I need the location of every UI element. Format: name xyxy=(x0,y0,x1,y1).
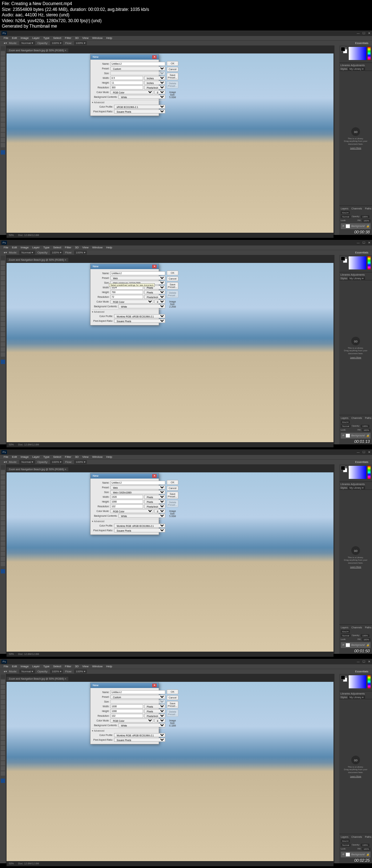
lib-tab-libraries[interactable]: Libraries xyxy=(340,273,350,276)
pixel-aspect[interactable]: Square Pixels xyxy=(114,109,165,113)
menu-select[interactable]: Select xyxy=(53,665,61,668)
menu-filter[interactable]: Filter xyxy=(65,36,72,40)
visibility-icon[interactable]: 👁 xyxy=(342,644,344,646)
save-preset-button[interactable]: Save Preset... xyxy=(167,282,178,289)
tool-19[interactable] xyxy=(1,562,5,566)
height-input[interactable] xyxy=(110,500,143,504)
tool-1[interactable] xyxy=(1,261,5,265)
color-field[interactable] xyxy=(349,675,366,688)
menu-3d[interactable]: 3D xyxy=(75,665,78,668)
tool-19[interactable] xyxy=(1,143,5,147)
size-select[interactable] xyxy=(110,71,165,75)
tool-17[interactable] xyxy=(1,133,5,137)
layer-opacity[interactable]: 100% xyxy=(361,844,369,847)
doc-tab[interactable]: Zoom and Navigation Beach.jpg @ 50% (RGB… xyxy=(7,467,68,471)
opacity-value[interactable]: 100% ▾ xyxy=(50,251,63,255)
tool-17[interactable] xyxy=(1,342,5,347)
layer-opacity[interactable]: 100% xyxy=(361,215,369,218)
mode-select[interactable]: Normal ▾ xyxy=(19,41,35,45)
layer-kind[interactable]: Kind ▾ xyxy=(341,839,350,843)
tab-paths[interactable]: Paths xyxy=(365,207,372,210)
menu-edit[interactable]: Edit xyxy=(12,246,17,249)
tool-19[interactable] xyxy=(1,771,5,776)
zoom-level[interactable]: 50% xyxy=(9,234,14,236)
delete-preset-button[interactable]: Delete Preset... xyxy=(167,81,178,88)
layer-kind[interactable]: Kind ▾ xyxy=(341,420,350,424)
layer-kind[interactable]: Kind ▾ xyxy=(341,630,350,633)
fg-bg-swatch[interactable] xyxy=(341,47,347,53)
res-unit[interactable]: Pixels/Inch xyxy=(144,85,165,89)
color-mode[interactable]: RGB Color xyxy=(110,300,153,304)
maximize-icon[interactable]: ☐ xyxy=(363,451,365,454)
bit-depth[interactable]: 8 bit xyxy=(154,90,165,94)
zoom-level[interactable]: 50% xyxy=(9,653,14,655)
menu-image[interactable]: Image xyxy=(21,36,29,40)
blend-mode[interactable]: Normal xyxy=(341,215,351,218)
color-profile[interactable]: Working RGB: sRGB IEC61966-2.1 xyxy=(114,524,165,528)
flow-value[interactable]: 100% ▾ xyxy=(74,251,87,255)
tab-layers[interactable]: Layers xyxy=(341,626,348,629)
close-icon[interactable]: ✕ xyxy=(152,55,157,59)
menu-layer[interactable]: Layer xyxy=(32,455,40,459)
tool-14[interactable] xyxy=(1,117,5,122)
tool-6[interactable] xyxy=(1,77,5,81)
blend-mode[interactable]: Normal xyxy=(341,425,351,428)
my-library-select[interactable]: My Library ▾ xyxy=(348,277,365,280)
tool-13[interactable] xyxy=(1,322,5,326)
tab-paths[interactable]: Paths xyxy=(365,836,372,838)
tool-9[interactable] xyxy=(1,511,5,515)
tool-4[interactable] xyxy=(1,67,5,71)
close-icon[interactable]: ✕ xyxy=(368,660,371,663)
tool-17[interactable] xyxy=(1,761,5,765)
cancel-button[interactable]: Cancel xyxy=(167,486,178,491)
menu-edit[interactable]: Edit xyxy=(12,36,17,40)
tool-9[interactable] xyxy=(1,301,5,306)
flow-value[interactable]: 100% ▾ xyxy=(74,460,87,464)
lib-tab-styles[interactable]: Styles xyxy=(340,68,347,70)
tool-5[interactable] xyxy=(1,700,5,704)
delete-preset-button[interactable]: Delete Preset... xyxy=(167,500,178,507)
tool-0[interactable] xyxy=(1,675,5,679)
menu-type[interactable]: Type xyxy=(43,246,49,249)
height-unit[interactable]: Inches xyxy=(144,81,165,85)
tool-0[interactable] xyxy=(1,46,5,51)
menu-help[interactable]: Help xyxy=(106,246,112,249)
tool-5[interactable] xyxy=(1,491,5,495)
save-preset-button[interactable]: Save Preset... xyxy=(167,73,178,80)
menu-3d[interactable]: 3D xyxy=(75,246,78,249)
res-input[interactable] xyxy=(110,295,143,299)
my-library-select[interactable]: My Library ▾ xyxy=(348,67,365,71)
tool-10[interactable] xyxy=(1,725,5,730)
tool-8[interactable] xyxy=(1,715,5,720)
dialog-titlebar[interactable]: New ✕ xyxy=(90,55,159,60)
tool-5[interactable] xyxy=(1,281,5,285)
tool-7[interactable] xyxy=(1,710,5,715)
workspace-essentials[interactable]: Essentials xyxy=(355,670,368,673)
my-library-select[interactable]: My Library ▾ xyxy=(348,696,365,699)
tool-8[interactable] xyxy=(1,87,5,91)
color-mode[interactable]: RGB Color xyxy=(110,719,153,723)
tool-2[interactable] xyxy=(1,685,5,689)
doc-tab[interactable]: Zoom and Navigation Beach.jpg @ 50% (RGB… xyxy=(7,48,68,52)
tab-layers[interactable]: Layers xyxy=(341,836,348,838)
pixel-aspect[interactable]: Square Pixels xyxy=(114,528,165,532)
bg-contents[interactable]: White xyxy=(118,723,165,727)
tool-3[interactable] xyxy=(1,690,5,694)
res-unit[interactable]: Pixels/Inch xyxy=(144,295,165,299)
blend-mode[interactable]: Normal xyxy=(341,844,351,847)
tool-6[interactable] xyxy=(1,496,5,500)
menu-filter[interactable]: Filter xyxy=(65,665,72,668)
res-input[interactable] xyxy=(110,504,143,508)
hue-strip[interactable] xyxy=(368,675,371,688)
menu-window[interactable]: Window xyxy=(92,455,102,459)
tool-3[interactable] xyxy=(1,480,5,485)
menu-view[interactable]: View xyxy=(82,665,89,668)
dialog-titlebar[interactable]: New ✕ xyxy=(90,683,159,688)
menu-help[interactable]: Help xyxy=(106,665,112,668)
my-library-select[interactable]: My Library ▾ xyxy=(348,486,365,490)
bg-contents[interactable]: White xyxy=(118,95,165,99)
tool-1[interactable] xyxy=(1,470,5,475)
menu-window[interactable]: Window xyxy=(92,246,102,249)
name-input[interactable] xyxy=(110,271,165,275)
res-input[interactable] xyxy=(110,714,143,718)
